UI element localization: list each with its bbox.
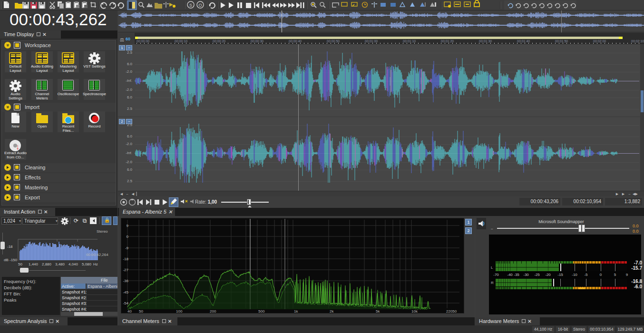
svg-text:-10: -10 [572,273,577,277]
svg-text:-5: -5 [584,273,588,277]
svg-text:-25: -25 [534,273,540,277]
svg-text:5: 5 [614,273,616,277]
svg-text:-35: -35 [514,273,519,277]
svg-text:-30: -30 [523,273,529,277]
svg-text:-15: -15 [557,273,563,277]
svg-text:-20: -20 [545,273,551,277]
svg-text:-70: -70 [493,273,499,277]
svg-text:9: 9 [626,273,628,277]
svg-text:0: 0 [600,273,602,277]
svg-text:-40: -40 [507,273,513,277]
